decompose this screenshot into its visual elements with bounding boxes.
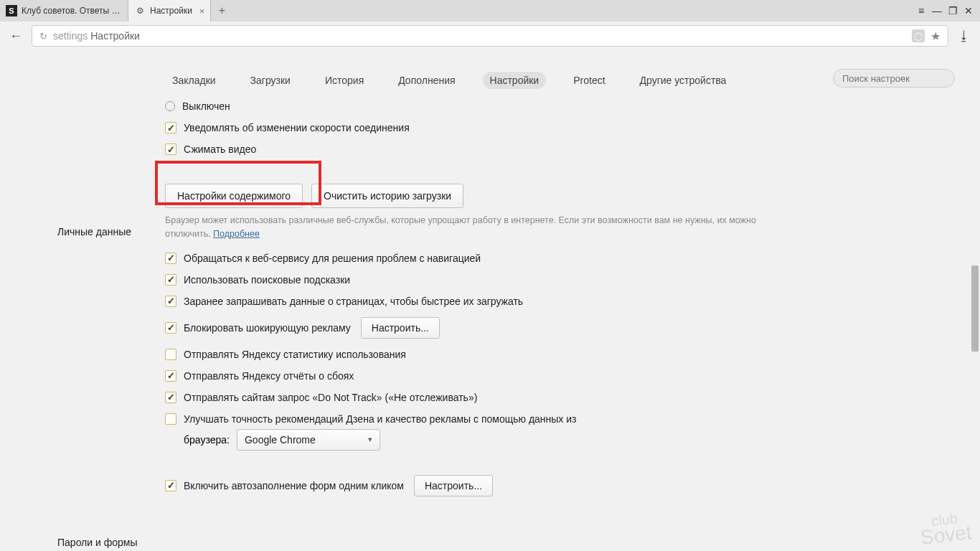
tab-title-1: Настройки xyxy=(150,6,192,16)
scrollbar[interactable] xyxy=(970,50,980,544)
opt-autofill-label: Включить автозаполнение форм одним клико… xyxy=(184,480,404,491)
scroll-thumb[interactable] xyxy=(971,265,979,352)
personal-buttons-row: Настройки содержимого Очистить историю з… xyxy=(165,184,951,208)
bookmark-star-icon[interactable]: ★ xyxy=(930,29,941,43)
checkbox-icon[interactable] xyxy=(165,253,176,264)
browser-select-label: браузера: xyxy=(184,434,230,446)
turbo-off-row[interactable]: Выключен xyxy=(165,100,951,112)
reload-icon[interactable]: ↻ xyxy=(39,31,47,42)
opt-nav-service[interactable]: Обращаться к веб-сервису для решения про… xyxy=(165,253,951,264)
checkbox-icon[interactable] xyxy=(165,296,176,307)
turbo-notify-label: Уведомлять об изменении скорости соедине… xyxy=(184,122,410,133)
opt-send-crash[interactable]: Отправлять Яндексу отчёты о сбоях xyxy=(165,370,951,382)
browser-select[interactable]: Google Chrome ▾ xyxy=(237,429,380,451)
opt-send-stats-label: Отправлять Яндексу статистику использова… xyxy=(184,349,406,360)
nav-downloads[interactable]: Загрузки xyxy=(243,72,298,89)
browser-select-row: браузера: Google Chrome ▾ xyxy=(184,429,951,451)
search-input[interactable] xyxy=(833,69,955,88)
settings-page: Закладки Загрузки История Дополнения Нас… xyxy=(0,50,980,551)
opt-autofill[interactable]: Включить автозаполнение форм одним клико… xyxy=(165,475,951,496)
protect-badge-icon[interactable]: ◯ xyxy=(912,29,925,42)
address-bar[interactable]: ↻ settings Настройки ◯ ★ xyxy=(32,25,948,47)
close-tab-icon[interactable]: × xyxy=(199,6,205,17)
nav-settings[interactable]: Настройки xyxy=(483,72,547,89)
nav-protect[interactable]: Protect xyxy=(566,72,612,89)
close-window-icon[interactable]: ✕ xyxy=(961,4,976,18)
checkbox-icon[interactable] xyxy=(165,349,176,360)
checkbox-icon[interactable] xyxy=(165,370,176,382)
turbo-off-label: Выключен xyxy=(182,100,230,112)
opt-dnt-label: Отправлять сайтам запрос «Do Not Track» … xyxy=(184,392,477,403)
browser-select-value: Google Chrome xyxy=(245,434,316,446)
settings-content: Выключен Уведомлять об изменении скорост… xyxy=(165,100,951,507)
back-button[interactable]: ← xyxy=(7,27,24,44)
autofill-configure-button[interactable]: Настроить... xyxy=(414,475,493,496)
tab-title-0: Клуб советов. Ответы на вс xyxy=(22,6,122,16)
opt-zen[interactable]: Улучшать точность рекомендаций Дзена и к… xyxy=(165,413,951,425)
opt-prefetch-label: Заранее запрашивать данные о страницах, … xyxy=(184,296,523,307)
configure-ads-button[interactable]: Настроить... xyxy=(361,317,440,339)
checkbox-icon[interactable] xyxy=(165,143,176,155)
settings-topnav: Закладки Загрузки История Дополнения Нас… xyxy=(165,72,733,89)
hint-more-link[interactable]: Подробнее xyxy=(213,229,260,239)
content-settings-button[interactable]: Настройки содержимого xyxy=(165,184,303,208)
opt-nav-service-label: Обращаться к веб-сервису для решения про… xyxy=(184,253,481,264)
checkbox-icon[interactable] xyxy=(165,322,176,334)
chevron-down-icon: ▾ xyxy=(368,435,372,444)
checkbox-icon[interactable] xyxy=(165,392,176,403)
opt-zen-label: Улучшать точность рекомендаций Дзена и к… xyxy=(184,413,577,425)
turbo-notify-row[interactable]: Уведомлять об изменении скорости соедине… xyxy=(165,122,951,133)
favicon-s-icon: S xyxy=(6,5,17,17)
clear-history-button[interactable]: Очистить историю загрузки xyxy=(311,184,463,208)
menu-icon[interactable]: ≡ xyxy=(914,4,928,18)
new-tab-button[interactable]: + xyxy=(211,0,232,22)
nav-addons[interactable]: Дополнения xyxy=(391,72,462,89)
minimize-icon[interactable]: — xyxy=(930,4,944,18)
nav-history[interactable]: История xyxy=(318,72,371,89)
checkbox-icon[interactable] xyxy=(165,274,176,286)
personal-hint: Браузер может использовать различные веб… xyxy=(165,214,789,241)
checkbox-icon[interactable] xyxy=(165,122,176,133)
section-heading-passwords: Пароли и формы xyxy=(57,537,137,548)
address-prefix: settings xyxy=(53,30,88,42)
turbo-compress-row[interactable]: Сжимать видео xyxy=(165,143,951,155)
window-controls: ≡ — ❐ ✕ xyxy=(914,0,980,22)
opt-send-crash-label: Отправлять Яндексу отчёты о сбоях xyxy=(184,370,354,382)
maximize-icon[interactable]: ❐ xyxy=(946,4,960,18)
opt-block-ads[interactable]: Блокировать шокирующую рекламу Настроить… xyxy=(165,317,951,339)
opt-send-stats[interactable]: Отправлять Яндексу статистику использова… xyxy=(165,349,951,360)
opt-suggestions[interactable]: Использовать поисковые подсказки xyxy=(165,274,951,286)
opt-suggestions-label: Использовать поисковые подсказки xyxy=(184,274,350,286)
settings-search xyxy=(833,69,955,88)
opt-prefetch[interactable]: Заранее запрашивать данные о страницах, … xyxy=(165,296,951,307)
address-row: ← ↻ settings Настройки ◯ ★ ⭳ xyxy=(0,22,980,50)
checkbox-icon[interactable] xyxy=(165,413,176,425)
checkbox-icon[interactable] xyxy=(165,480,176,491)
tab-0[interactable]: S Клуб советов. Ответы на вс xyxy=(0,0,128,22)
tab-1-active[interactable]: ⚙ Настройки × xyxy=(128,0,211,22)
tab-strip: S Клуб советов. Ответы на вс ⚙ Настройки… xyxy=(0,0,980,22)
address-text: Настройки xyxy=(90,30,140,42)
opt-dnt[interactable]: Отправлять сайтам запрос «Do Not Track» … xyxy=(165,392,951,403)
gear-icon: ⚙ xyxy=(134,5,146,17)
downloads-icon[interactable]: ⭳ xyxy=(956,29,973,44)
nav-other-devices[interactable]: Другие устройства xyxy=(633,72,734,89)
radio-icon[interactable] xyxy=(165,101,175,111)
turbo-compress-label: Сжимать видео xyxy=(184,143,256,155)
section-heading-personal: Личные данные xyxy=(57,226,131,237)
opt-block-ads-label: Блокировать шокирующую рекламу xyxy=(184,322,351,334)
nav-bookmarks[interactable]: Закладки xyxy=(165,72,223,89)
